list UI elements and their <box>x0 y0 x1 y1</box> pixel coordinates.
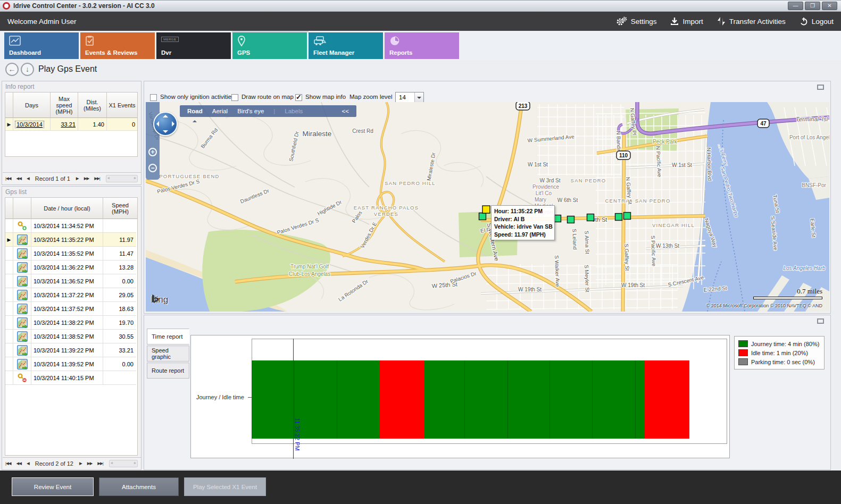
gps-datetime-cell[interactable]: 10/3/2014 11:36:22 PM <box>31 261 103 274</box>
gps-list-row[interactable]: 10/3/2014 11:38:52 PM30.55 <box>5 330 136 343</box>
tab-dashboard[interactable]: Dashboard <box>4 32 79 59</box>
gps-point-marker[interactable] <box>568 216 574 223</box>
gear-icon <box>617 16 627 26</box>
transfer-activities-button[interactable]: Transfer Activities <box>717 16 786 26</box>
gps-datetime-cell[interactable]: 10/3/2014 11:34:52 PM <box>31 219 103 233</box>
chart-cursor-line[interactable] <box>293 339 294 459</box>
tab-dvr[interactable]: MERGE Dvr <box>156 32 231 59</box>
close-button[interactable]: ✕ <box>822 2 837 10</box>
map-type-birdseye[interactable]: Bird's eye <box>237 108 264 114</box>
gps-list-row[interactable]: 10/3/2014 11:39:22 PM33.21 <box>5 343 136 357</box>
gps-list-row[interactable]: 10/3/2014 11:36:22 PM13.28 <box>5 261 136 274</box>
nav-next-icon[interactable]: ▶ <box>76 176 79 181</box>
info-header-max-speed[interactable]: Max speed (MPH) <box>51 93 78 118</box>
pan-right-icon[interactable] <box>172 121 174 127</box>
gps-list-row[interactable]: 10/3/2014 11:37:22 PM29.05 <box>5 288 136 302</box>
row-indicator <box>5 219 13 233</box>
nav-prev-page-icon[interactable]: ◀◀ <box>16 461 21 466</box>
gps-header-speed[interactable]: Speed (MPH) <box>103 198 137 219</box>
gps-datetime-cell[interactable]: 10/3/2014 11:38:52 PM <box>31 330 103 343</box>
gps-point-marker[interactable] <box>624 213 631 220</box>
gps-datetime-cell[interactable]: 10/3/2014 11:40:15 PM <box>31 371 103 385</box>
gps-list-row[interactable]: 10/3/2014 11:36:52 PM0.00 <box>5 274 136 288</box>
gps-hscrollbar[interactable] <box>109 460 138 467</box>
nav-prev-icon[interactable]: ◀ <box>27 461 29 466</box>
pan-up-icon[interactable] <box>163 115 168 117</box>
tab-speed-graphic[interactable]: Speed graphic <box>147 346 189 362</box>
nav-first-icon[interactable]: |◀◀ <box>5 176 11 181</box>
info-header-days[interactable]: Days <box>13 93 51 118</box>
gps-list-row[interactable]: 10/3/2014 11:39:52 PM0.00 <box>5 357 136 371</box>
tab-reports[interactable]: Reports <box>385 32 459 59</box>
map-label: W 3rd St <box>540 178 561 183</box>
tab-time-report[interactable]: Time report <box>147 329 189 345</box>
maximize-button[interactable]: ❐ <box>805 2 820 10</box>
gps-datetime-cell[interactable]: 10/3/2014 11:37:52 PM <box>31 302 103 316</box>
settings-button[interactable]: Settings <box>617 16 657 26</box>
gps-datetime-cell[interactable]: 10/3/2014 11:38:22 PM <box>31 316 103 330</box>
nav-prev-page-icon[interactable]: ◀◀ <box>16 176 21 181</box>
info-cell-days[interactable]: 10/3/2014 <box>13 118 51 131</box>
tab-fleet-manager[interactable]: Fleet Manager <box>309 32 383 59</box>
show-map-info-checkbox[interactable] <box>295 94 302 101</box>
gps-datetime-cell[interactable]: 10/3/2014 11:37:22 PM <box>31 288 103 302</box>
zoom-out-icon[interactable]: − <box>148 164 157 172</box>
map-type-labels[interactable]: Labels <box>285 108 303 114</box>
info-hscrollbar[interactable] <box>106 175 138 182</box>
map-canvas[interactable]: MiralesteCrest RdBurma RdSouthfield DrMi… <box>146 102 829 312</box>
nav-prev-icon[interactable]: ◀ <box>27 176 29 181</box>
gps-list-row[interactable]: 10/3/2014 11:35:52 PM11.47 <box>5 247 136 261</box>
map-zoom-dropdown[interactable]: 14 <box>395 92 424 103</box>
gps-datetime-cell[interactable]: 10/3/2014 11:36:52 PM <box>31 274 103 288</box>
zoom-in-icon[interactable]: + <box>148 148 157 156</box>
nav-last-icon[interactable]: ▶▶| <box>97 461 103 466</box>
gps-point-marker[interactable] <box>587 214 594 221</box>
map-pan-control[interactable] <box>153 112 178 136</box>
gps-datetime-cell[interactable]: 10/3/2014 11:39:22 PM <box>31 343 103 357</box>
map-type-road[interactable]: Road <box>187 108 203 114</box>
logout-button[interactable]: Logout <box>800 17 834 26</box>
nav-next-page-icon[interactable]: ▶▶ <box>84 176 89 181</box>
info-cell-max-speed[interactable]: 33.21 <box>51 118 78 131</box>
selected-gps-marker[interactable] <box>482 206 490 213</box>
gps-speed-cell <box>103 219 136 233</box>
legend-label: Journey time: 4 min (80%) <box>751 341 819 347</box>
panel-collapse-icon[interactable] <box>817 318 824 324</box>
nav-last-icon[interactable]: ▶▶| <box>94 176 99 181</box>
info-header-x1[interactable]: X1 Events <box>107 93 137 118</box>
tab-route-report[interactable]: Route report <box>147 363 189 379</box>
gps-point-marker[interactable] <box>479 213 486 220</box>
nav-first-icon[interactable]: |◀◀ <box>5 461 11 466</box>
gps-list-row[interactable]: 10/3/2014 11:34:52 PM <box>5 219 136 233</box>
review-event-button[interactable]: Review Event <box>12 477 94 496</box>
info-header-dist[interactable]: Dist. (Miles) <box>78 93 107 118</box>
map-scale-bar <box>753 297 822 299</box>
back-button[interactable]: ← <box>5 63 19 76</box>
nav-next-page-icon[interactable]: ▶▶ <box>87 461 93 466</box>
gps-point-marker[interactable] <box>554 215 561 222</box>
gps-list-row[interactable]: 10/3/2014 11:40:15 PM <box>5 371 136 385</box>
nav-next-icon[interactable]: ▶ <box>79 461 82 466</box>
draw-route-checkbox[interactable] <box>231 94 238 101</box>
gps-header-datetime[interactable]: Date / hour (local) <box>31 198 103 219</box>
interval-divider <box>549 360 550 439</box>
down-button[interactable]: ↓ <box>21 63 34 76</box>
tab-events-reviews[interactable]: Events & Reviews <box>80 32 155 59</box>
gps-list-row[interactable]: ▶10/3/2014 11:35:22 PM11.97 <box>5 233 136 247</box>
gps-datetime-cell[interactable]: 10/3/2014 11:35:22 PM <box>31 233 103 247</box>
pan-down-icon[interactable] <box>163 130 168 133</box>
ignition-checkbox[interactable] <box>150 94 157 101</box>
panel-collapse-icon[interactable] <box>817 85 824 90</box>
gps-point-marker[interactable] <box>615 214 622 221</box>
map-type-aerial[interactable]: Aerial <box>212 108 228 114</box>
gps-list-row[interactable]: 10/3/2014 11:37:52 PM18.63 <box>5 302 136 316</box>
attachments-button[interactable]: Attachments <box>99 477 179 496</box>
map-bar-collapse[interactable]: << <box>342 108 349 114</box>
tab-gps[interactable]: GPS <box>232 32 307 59</box>
gps-datetime-cell[interactable]: 10/3/2014 11:35:52 PM <box>31 247 103 261</box>
import-button[interactable]: Import <box>670 17 703 26</box>
pan-left-icon[interactable] <box>156 121 159 127</box>
minimize-button[interactable]: — <box>788 2 803 10</box>
gps-datetime-cell[interactable]: 10/3/2014 11:39:52 PM <box>31 357 103 371</box>
gps-list-row[interactable]: 10/3/2014 11:38:22 PM19.70 <box>5 316 136 330</box>
